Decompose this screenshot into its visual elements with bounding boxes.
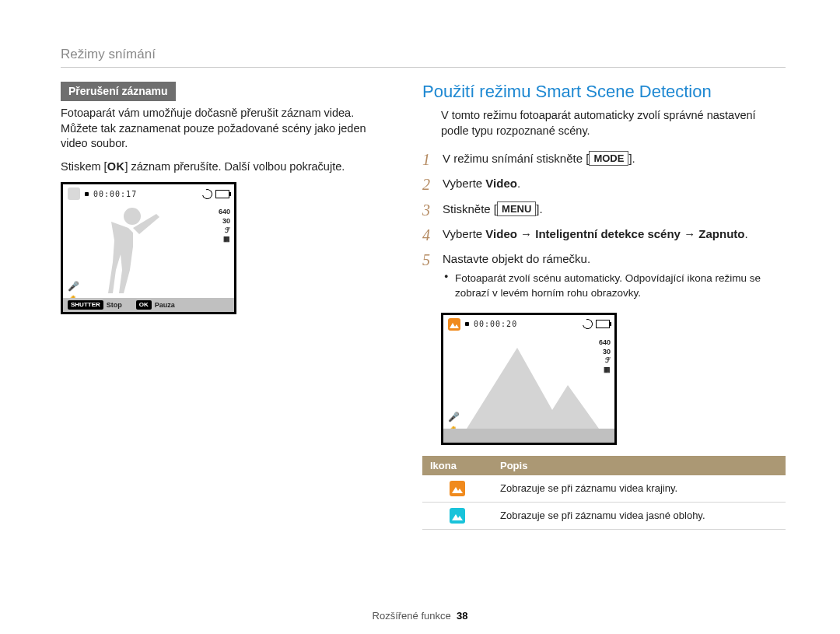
mic-icon: 🎤 xyxy=(448,412,460,422)
cycle-icon xyxy=(201,187,215,201)
rec-timer: 00:00:20 xyxy=(474,320,517,328)
cycle-icon xyxy=(581,317,595,331)
icon-description-table: Ikona Popis Zobrazuje se při záznamu vid… xyxy=(422,456,786,530)
left-paragraph-1: Fotoaparát vám umožňuje dočasně přerušit… xyxy=(61,106,391,152)
table-row: Zobrazuje se při záznamu videa jasné obl… xyxy=(422,502,786,529)
landscape-scene-icon xyxy=(448,318,460,331)
movie-icon xyxy=(68,187,80,200)
pause-label: Pauza xyxy=(155,301,175,309)
person-silhouette-icon xyxy=(105,203,167,296)
mountains-graphic xyxy=(443,342,614,429)
step-5: Nastavte objekt do rámečku. Fotoaparát z… xyxy=(422,247,786,305)
section-heading: Použití režimu Smart Scene Detection xyxy=(422,82,786,102)
resolution-label: 640 xyxy=(219,208,230,217)
step-3: Stiskněte [MENU]. xyxy=(422,197,786,222)
rec-timer: 00:00:17 xyxy=(93,190,137,198)
menu-keycap: MENU xyxy=(497,201,536,216)
step-1: V režimu snímání stiskněte [MODE]. xyxy=(422,146,786,171)
sky-icon xyxy=(450,508,465,524)
stabilizer-icon: ▦ xyxy=(219,235,230,244)
ok-key-icon: OK xyxy=(136,300,152,310)
camera-screen-right: 00:00:20 640 30 ℱ ▦ 🎤 ✋ xyxy=(441,313,617,445)
breadcrumb: Režimy snímání xyxy=(61,47,786,68)
table-cell-desc: Zobrazuje se při záznamu videa krajiny. xyxy=(492,475,786,503)
battery-icon xyxy=(215,190,229,198)
rec-dot-icon xyxy=(85,192,89,196)
step-5-note: Fotoaparát zvolí scénu automaticky. Odpo… xyxy=(444,271,786,299)
battery-icon xyxy=(596,320,610,328)
table-cell-desc: Zobrazuje se při záznamu videa jasné obl… xyxy=(492,502,786,529)
mic-icon: 🎤 xyxy=(68,281,79,292)
landscape-icon xyxy=(450,481,465,496)
col-header-desc: Popis xyxy=(492,456,786,475)
focus-mode-icon: ℱ xyxy=(219,226,230,236)
fps-label: 30 xyxy=(219,217,230,226)
rec-dot-icon xyxy=(465,322,469,326)
ok-key-label: OK xyxy=(107,160,125,173)
stop-label: Stop xyxy=(107,301,122,309)
step-4: Vyberte Video → Inteligentní detekce scé… xyxy=(422,222,786,247)
left-paragraph-2: Stiskem [OK] záznam přerušíte. Další vol… xyxy=(61,159,391,175)
section-tag: Přerušení záznamu xyxy=(61,82,176,101)
col-header-icon: Ikona xyxy=(422,456,492,475)
page-footer: Rozšířené funkce 38 xyxy=(0,610,840,622)
page-number: 38 xyxy=(457,610,467,622)
step-2: Vyberte Video. xyxy=(422,171,786,196)
camera-screen-left: 00:00:17 640 30 ℱ ▦ 🎤 ✋ xyxy=(61,182,236,314)
table-row: Zobrazuje se při záznamu videa krajiny. xyxy=(422,475,786,503)
shutter-key-icon: SHUTTER xyxy=(68,300,103,310)
mode-keycap: MODE xyxy=(589,151,628,166)
right-intro: V tomto režimu fotoaparát automaticky zv… xyxy=(422,108,786,138)
